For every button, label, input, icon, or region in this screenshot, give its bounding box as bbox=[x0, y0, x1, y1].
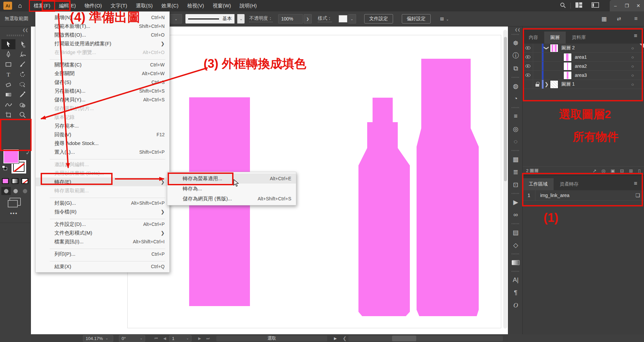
artwork-bottle-small[interactable] bbox=[358, 98, 410, 316]
menu-item[interactable]: 儲存選取的切片... ❯ bbox=[36, 104, 169, 113]
status-menu-icon[interactable]: ▶ bbox=[334, 336, 337, 341]
direct-selection-tool[interactable] bbox=[15, 39, 30, 49]
layer-name[interactable]: 圖層 2 bbox=[561, 45, 575, 51]
links-icon[interactable]: ∞ bbox=[508, 208, 523, 221]
align-icon[interactable]: ≣ bbox=[508, 165, 523, 178]
pathfinder-icon[interactable]: ⊡ bbox=[508, 178, 523, 191]
menu-item[interactable]: 置入(L)... Shift+Ctrl+P ❯ bbox=[36, 148, 169, 156]
tools-gripper[interactable] bbox=[7, 35, 24, 36]
opacity-label[interactable]: 不透明度： bbox=[249, 15, 273, 22]
menu-item[interactable]: 列印(P)... Ctrl+P ❯ bbox=[36, 250, 169, 258]
menu-bar-item[interactable]: 說明(H) bbox=[235, 0, 261, 11]
draw-behind-button[interactable] bbox=[11, 187, 20, 195]
layer-thumbnail[interactable] bbox=[564, 53, 571, 61]
menu-item[interactable]: ❯ bbox=[36, 156, 169, 160]
lock-toggle[interactable] bbox=[533, 62, 542, 70]
menu-item[interactable]: 儲存拷貝(Y)... Alt+Ctrl+S ❯ bbox=[36, 95, 169, 104]
restore-button[interactable]: ❐ bbox=[621, 3, 633, 8]
panel-tab[interactable]: 內容 bbox=[523, 32, 544, 44]
collapse-tools-icon[interactable]: ❮❮ bbox=[23, 28, 28, 32]
target-circle-icon[interactable]: ○ bbox=[631, 82, 634, 87]
transparency-icon[interactable]: ◎ bbox=[508, 123, 523, 135]
vertical-scrollbar-thumb[interactable] bbox=[504, 37, 507, 181]
opacity-stepper[interactable]: ❯ bbox=[304, 14, 312, 23]
color-themes-icon[interactable]: ◔ bbox=[508, 92, 523, 105]
menu-item[interactable]: 封裝(G)... Alt+Shift+Ctrl+P ❯ bbox=[36, 199, 169, 207]
default-fill-stroke-icon[interactable] bbox=[2, 165, 7, 171]
layers-footer-icon[interactable]: ↗ bbox=[593, 168, 597, 174]
stroke-icon[interactable]: ≡ bbox=[508, 110, 523, 123]
swap-fill-stroke-icon[interactable]: ⤸ bbox=[26, 149, 29, 155]
draw-inside-button[interactable] bbox=[20, 187, 30, 195]
artboard-number-dropdown[interactable]: 1⌄ bbox=[169, 335, 191, 342]
paragraph-icon[interactable]: ¶ bbox=[508, 286, 523, 299]
brush-dropdown-chevron-icon[interactable]: ⌄ bbox=[237, 14, 245, 23]
style-label[interactable]: 樣式： bbox=[318, 15, 332, 22]
target-circle-icon[interactable]: ○ bbox=[631, 64, 634, 69]
document-info-icon[interactable]: ⓘ bbox=[508, 49, 523, 62]
layer-row[interactable]: ❯ area2 ○ bbox=[523, 62, 644, 71]
menu-item[interactable]: ❯ bbox=[36, 258, 169, 262]
menu-item[interactable]: 版本記錄 ❯ bbox=[36, 113, 169, 121]
screen-mode-button[interactable] bbox=[9, 198, 21, 206]
menu-item[interactable]: ❯ bbox=[36, 195, 169, 199]
menu-bar-item[interactable]: 視窗(W) bbox=[208, 0, 235, 11]
minimize-button[interactable]: – bbox=[610, 3, 621, 8]
menu-item[interactable]: 邀請參與編輯... ❯ bbox=[36, 160, 169, 169]
layer-name[interactable]: area1 bbox=[575, 54, 587, 60]
menu-item[interactable]: 指令檔(R) ❯ bbox=[36, 207, 169, 216]
visibility-toggle[interactable] bbox=[523, 44, 533, 52]
panel-tab[interactable]: 資料庫 bbox=[566, 32, 592, 44]
arrange-documents-icon[interactable]: ▦ bbox=[601, 15, 607, 22]
horizontal-scrollbar[interactable] bbox=[348, 336, 503, 341]
menu-item[interactable]: 回復(V) F12 ❯ bbox=[36, 130, 169, 139]
artboards-panel-menu-icon[interactable]: ≡ bbox=[634, 180, 637, 187]
document-setup-button[interactable]: 文件設定 bbox=[364, 14, 393, 23]
layers-footer-icon[interactable]: ▯ bbox=[638, 168, 641, 174]
layer-row[interactable]: ❯ 圖層 2 ○ bbox=[523, 44, 644, 53]
submenu-item[interactable]: 轉存為... bbox=[167, 184, 296, 194]
close-button[interactable]: ✕ bbox=[633, 3, 644, 8]
visibility-toggle[interactable] bbox=[523, 53, 533, 61]
home-icon[interactable]: ⌂ bbox=[18, 2, 22, 9]
cursor-preferences-icon[interactable]: ⊞⌄ bbox=[440, 16, 449, 21]
menu-item[interactable]: ❯ bbox=[36, 246, 169, 250]
target-circle-icon[interactable]: ○ bbox=[631, 73, 634, 78]
expand-chevron-icon[interactable]: ❯ bbox=[544, 81, 550, 87]
menu-bar-item[interactable]: 效果(C) bbox=[157, 0, 183, 11]
next-artboard-icon[interactable]: ▶ bbox=[198, 336, 201, 341]
artboard-row[interactable]: 1 img_link_area ❏ bbox=[523, 190, 644, 201]
menu-item[interactable]: 搜尋 Adobe Stock... ❯ bbox=[36, 139, 169, 148]
layer-thumbnail[interactable] bbox=[564, 71, 571, 79]
character-icon[interactable]: A| bbox=[508, 274, 523, 286]
expand-chevron-icon[interactable]: ❯ bbox=[544, 45, 550, 51]
brush-definition-dropdown[interactable]: 基本 bbox=[185, 14, 234, 23]
layer-row[interactable]: ❯ area3 ○ bbox=[523, 71, 644, 80]
visibility-toggle[interactable] bbox=[523, 71, 533, 80]
last-artboard-icon[interactable]: ⏭ bbox=[206, 336, 210, 341]
workspace-layout-icon[interactable] bbox=[575, 2, 582, 9]
recolor-artwork-icon[interactable]: ⧉ bbox=[508, 62, 523, 75]
actions-icon[interactable]: ▶ bbox=[508, 196, 523, 208]
menu-item[interactable]: 開啟舊檔(O)... Ctrl+O ❯ bbox=[36, 31, 169, 39]
layers-panel-menu-icon[interactable]: ≡ bbox=[634, 33, 637, 39]
visibility-toggle[interactable] bbox=[523, 80, 533, 89]
panel-view-icon[interactable] bbox=[592, 2, 599, 9]
layer-name[interactable]: area3 bbox=[575, 72, 587, 78]
zoom-level-dropdown[interactable]: 104.17%⌄ bbox=[83, 335, 113, 342]
lasso-select-tool[interactable] bbox=[15, 80, 30, 90]
menu-item[interactable]: 在 Bridge 中瀏覽... Alt+Ctrl+O ❯ bbox=[36, 48, 169, 57]
symbols-icon[interactable]: ▦ bbox=[508, 153, 523, 165]
lock-toggle[interactable] bbox=[533, 44, 542, 52]
zoom-tool[interactable] bbox=[15, 110, 30, 120]
layer-thumbnail[interactable] bbox=[564, 62, 571, 70]
opacity-input[interactable]: 100% bbox=[278, 14, 303, 23]
menu-item[interactable]: 全部關閉 Alt+Ctrl+W ❯ bbox=[36, 69, 169, 78]
rectangle-tool[interactable] bbox=[1, 59, 15, 69]
menu-item[interactable]: 轉存選取範圍... ❯ bbox=[36, 186, 169, 195]
layer-name[interactable]: area2 bbox=[575, 63, 587, 69]
artboard-name[interactable]: img_link_area bbox=[540, 193, 569, 198]
shape-builder-tool[interactable] bbox=[15, 100, 30, 110]
type-tool[interactable]: T bbox=[1, 69, 15, 80]
appearance-icon[interactable]: ◌ bbox=[508, 135, 523, 148]
